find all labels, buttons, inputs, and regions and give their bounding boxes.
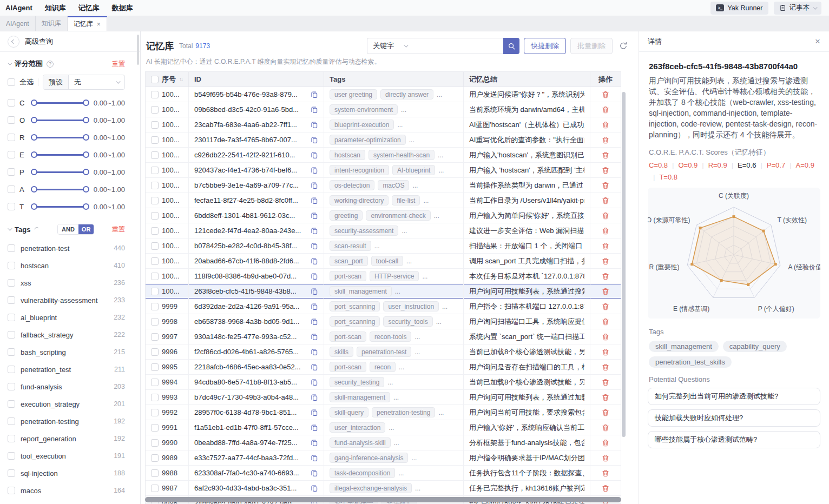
table-row[interactable]: 100...fecfae11-8f27-4e25-b8d2-8fc0ff...w… <box>146 193 621 208</box>
delete-icon[interactable] <box>602 439 609 447</box>
tag-filter-item[interactable]: fallback_strategy222 <box>0 326 140 343</box>
delete-icon[interactable] <box>602 106 609 114</box>
copy-icon[interactable] <box>311 439 318 447</box>
search-button[interactable] <box>503 38 519 54</box>
copy-icon[interactable] <box>311 167 318 174</box>
delete-icon[interactable] <box>602 182 609 189</box>
row-checkbox[interactable] <box>151 363 159 371</box>
sidebar-scrollbar[interactable] <box>137 35 139 65</box>
slider-handle-min[interactable] <box>31 117 37 123</box>
table-row[interactable]: 9996f2cf86cd-d026-4b61-a826-5765...skill… <box>146 344 621 360</box>
tag-checkbox[interactable] <box>8 314 15 321</box>
delete-icon[interactable] <box>602 424 609 432</box>
delete-icon[interactable] <box>602 151 609 159</box>
copy-icon[interactable] <box>311 348 318 356</box>
notepad-button[interactable]: 记事本 <box>774 2 822 15</box>
delete-icon[interactable] <box>602 227 609 235</box>
tag-checkbox[interactable] <box>8 348 15 356</box>
row-checkbox[interactable] <box>151 424 159 432</box>
row-checkbox[interactable] <box>151 348 159 356</box>
yak-runner-button[interactable]: >_ Yak Runner <box>710 2 768 15</box>
delete-icon[interactable] <box>602 242 609 250</box>
copy-icon[interactable] <box>311 242 318 250</box>
tag-checkbox[interactable] <box>8 469 15 477</box>
delete-icon[interactable] <box>602 409 609 416</box>
tab-0[interactable]: AIAgent <box>0 16 36 31</box>
row-checkbox[interactable] <box>151 182 159 189</box>
delete-icon[interactable] <box>602 348 609 356</box>
copy-icon[interactable] <box>311 257 318 265</box>
tag-filter-item[interactable]: xss236 <box>0 274 140 291</box>
table-row[interactable]: 100...118f9c08-8386-4b9d-abe0-07d...port… <box>146 269 621 284</box>
tag-checkbox[interactable] <box>8 279 15 287</box>
tag-filter-item[interactable]: execution_strategy201 <box>0 395 140 413</box>
copy-icon[interactable] <box>311 454 318 462</box>
row-checkbox[interactable] <box>151 136 159 144</box>
question-item[interactable]: 技能加载失败时应如何处理? <box>648 409 820 427</box>
delete-icon[interactable] <box>602 379 609 386</box>
delete-icon[interactable] <box>602 91 609 98</box>
row-checkbox[interactable] <box>151 91 159 98</box>
tab-close-icon[interactable]: × <box>97 21 101 28</box>
horizontal-scrollbar[interactable] <box>145 497 621 502</box>
metric-checkbox[interactable] <box>8 168 15 176</box>
table-row[interactable]: 100...23cab7fa-683e-4aa6-ab22-7ff1...blu… <box>146 117 621 132</box>
slider-handle-min[interactable] <box>31 186 37 193</box>
row-checkbox[interactable] <box>151 333 159 341</box>
row-checkbox[interactable] <box>151 439 159 447</box>
table-row[interactable]: 100...b549f695-b54b-476e-93a8-879...user… <box>146 87 621 102</box>
copy-icon[interactable] <box>311 318 318 326</box>
question-item[interactable]: 哪些技能属于核心渗透测试范畴? <box>648 431 820 448</box>
row-checkbox[interactable] <box>151 303 159 310</box>
tag-checkbox[interactable] <box>8 262 15 269</box>
table-row[interactable]: 100...b7c5bbe9-3e1e-4a69-a709-77c...os-d… <box>146 178 621 193</box>
tag-filter-item[interactable]: tool_execution191 <box>0 447 140 465</box>
slider-handle-max[interactable] <box>83 169 89 175</box>
tags-reset-button[interactable]: 重置 <box>112 225 125 234</box>
row-checkbox[interactable] <box>151 167 159 174</box>
delete-icon[interactable] <box>602 394 609 401</box>
row-checkbox[interactable] <box>151 242 159 250</box>
copy-icon[interactable] <box>311 303 318 310</box>
tag-checkbox[interactable] <box>8 400 15 408</box>
delete-icon[interactable] <box>602 167 609 174</box>
slider-handle-min[interactable] <box>31 203 37 210</box>
row-checkbox[interactable] <box>151 394 159 401</box>
table-row[interactable]: 9988623308af-7fa0-4c30-a740-6693...task-… <box>146 466 621 481</box>
table-row[interactable]: 100...920437ac-f4e1-4736-b74f-bef6...int… <box>146 163 621 178</box>
delete-icon[interactable] <box>602 257 609 265</box>
table-row[interactable]: 9998eb658738-9968-4a3b-bd05-9d1...port_s… <box>146 314 621 329</box>
metric-checkbox[interactable] <box>8 203 15 210</box>
tag-checkbox[interactable] <box>8 487 15 494</box>
row-checkbox[interactable] <box>151 257 159 265</box>
copy-icon[interactable] <box>311 91 318 98</box>
slider-handle-max[interactable] <box>83 151 89 158</box>
copy-icon[interactable] <box>311 394 318 401</box>
copy-icon[interactable] <box>311 333 318 341</box>
tag-filter-item[interactable]: penetration_test211 <box>0 361 140 378</box>
tag-filter-item[interactable]: report_generation192 <box>0 430 140 447</box>
table-row[interactable]: 100...230117de-7a3f-4765-8b67-007...para… <box>146 132 621 148</box>
table-row[interactable]: 99996d392dae-2d2a-4126-9a91-95a...port_s… <box>146 299 621 314</box>
copy-icon[interactable] <box>311 379 318 386</box>
copy-icon[interactable] <box>311 424 318 432</box>
table-row[interactable]: 9997930a148c-fe25-477e-993a-c52...port-s… <box>146 329 621 344</box>
copy-icon[interactable] <box>311 106 318 114</box>
metric-checkbox[interactable] <box>8 151 15 158</box>
delete-icon[interactable] <box>602 318 609 326</box>
row-checkbox[interactable] <box>151 454 159 462</box>
tag-filter-item[interactable]: hostscan410 <box>0 257 140 274</box>
row-checkbox[interactable] <box>151 121 159 129</box>
row-checkbox[interactable] <box>151 106 159 114</box>
table-row[interactable]: 100...20abad66-67cb-41f6-88d8-2fd6...sca… <box>146 254 621 269</box>
tag-checkbox[interactable] <box>8 244 15 252</box>
range-slider[interactable] <box>31 134 89 141</box>
delete-icon[interactable] <box>602 288 609 295</box>
copy-icon[interactable] <box>311 136 318 144</box>
slider-handle-min[interactable] <box>31 134 37 141</box>
or-option[interactable]: OR <box>78 224 94 234</box>
search-input[interactable] <box>412 38 503 54</box>
tag-filter-item[interactable]: vulnerability-assessment233 <box>0 291 140 309</box>
delete-icon[interactable] <box>602 121 609 129</box>
table-row[interactable]: 100...09b68bed-d3c5-42c0-91a6-5bd...syst… <box>146 102 621 117</box>
